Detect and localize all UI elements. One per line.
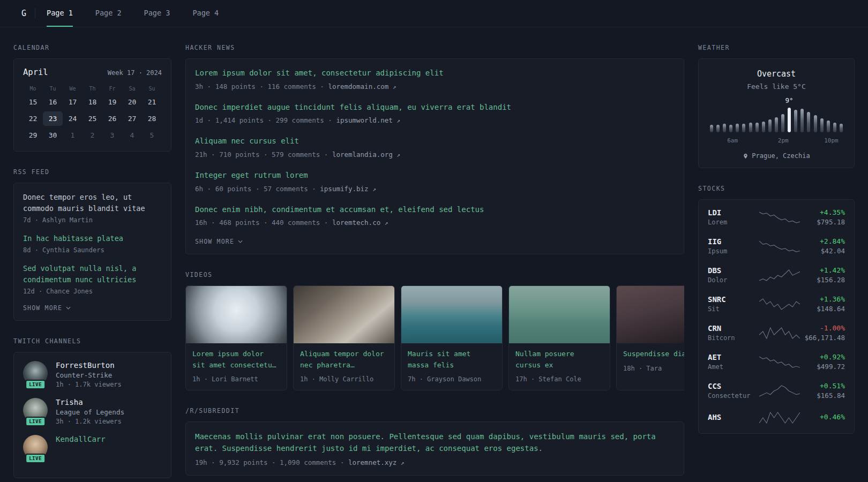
video-title[interactable]: Lorem ipsum dolor sit amet consectetu… — [192, 349, 280, 370]
video-card[interactable]: Lorem ipsum dolor sit amet consectetu… 1… — [185, 285, 287, 390]
tab-page-2[interactable]: Page 2 — [95, 0, 122, 27]
stock-row[interactable]: AETAmet +0.92%$499.72 — [708, 353, 845, 371]
twitch-channel-row[interactable]: LIVE KendallCarr — [23, 435, 162, 460]
video-thumbnail — [509, 286, 610, 343]
hn-item-stats: 6h · 60 points · 57 comments — [195, 185, 308, 193]
stock-symbol: CCS — [708, 382, 759, 390]
hn-item: Donec enim nibh, condimentum et accumsan… — [195, 204, 675, 227]
hn-item-domain[interactable]: ipsumify.biz ↗ — [320, 185, 376, 193]
stock-row[interactable]: IIGIpsum +2.84%$42.04 — [708, 237, 845, 255]
twitch-channel-row[interactable]: LIVE Trisha League of Legends 3h · 1.2k … — [23, 398, 162, 425]
subreddit-post-title[interactable]: Maecenas mollis pulvinar erat non posuer… — [195, 432, 656, 453]
video-card[interactable]: Aliquam tempor dolor nec pharetra… 1h · … — [293, 285, 395, 390]
separator-dot: · — [324, 150, 328, 159]
hn-item-meta: 21h · 710 points · 579 comments · loreml… — [195, 150, 675, 159]
subreddit-post-meta: 19h · 9,932 points · 1,090 comments · lo… — [195, 458, 675, 466]
stock-row[interactable]: SNRCSit +1.36%$148.64 — [708, 295, 845, 313]
video-card[interactable]: Nullam posuere cursus ex 17h · Stefan Co… — [508, 285, 610, 390]
tab-page-1[interactable]: Page 1 — [47, 0, 73, 27]
calendar-day: 28 — [142, 111, 162, 126]
twitch-channel-name[interactable]: KendallCarr — [56, 435, 106, 443]
calendar-widget: CALENDAR April Week 17 · 2024 Mo Tu We T… — [13, 44, 171, 152]
stock-price: $499.72 — [817, 363, 845, 371]
weekday-label: Sa — [122, 86, 142, 92]
stock-row[interactable]: CCSConsectetur +0.51%$165.84 — [708, 382, 845, 400]
rss-item-title[interactable]: Donec tempor eros leo, ut commodo mauris… — [23, 193, 145, 213]
rss-item-title[interactable]: Sed volutpat nulla nisl, a condimentum n… — [23, 264, 136, 284]
calendar-day-next-month: 4 — [122, 128, 142, 142]
separator-dot: · — [328, 116, 332, 124]
video-card-body: Mauris sit amet massa felis 7h · Grayson… — [401, 343, 502, 389]
right-column: WEATHER Overcast Feels like 5°C 9° 6am2p… — [698, 27, 855, 434]
center-column: HACKER NEWS Lorem ipsum dolor sit amet, … — [185, 27, 684, 476]
calendar-widget-title: CALENDAR — [13, 44, 171, 51]
stock-symbol: AHS — [708, 413, 759, 421]
hn-item-title[interactable]: Aliquam nec cursus elit — [195, 137, 299, 145]
domain-text: loremnet.xyz — [348, 458, 396, 466]
hn-item: Aliquam nec cursus elit 21h · 710 points… — [195, 135, 675, 159]
hn-item-domain[interactable]: loremlandia.org ↗ — [332, 150, 400, 159]
video-title[interactable]: Aliquam tempor dolor nec pharetra… — [300, 349, 388, 370]
stock-row[interactable]: DBSDolor +1.42%$156.28 — [708, 266, 845, 284]
separator-dot: · — [324, 219, 328, 227]
rss-show-more-button[interactable]: SHOW MORE — [23, 304, 71, 312]
hn-item-stats: 3h · 148 points · 116 comments — [195, 82, 316, 91]
calendar-card: April Week 17 · 2024 Mo Tu We Th Fr Sa S… — [13, 58, 171, 152]
tab-page-4[interactable]: Page 4 — [192, 0, 219, 27]
stock-row[interactable]: LDILorem +4.35%$795.18 — [708, 208, 845, 226]
hn-item-domain[interactable]: loremdomain.com ↗ — [328, 82, 396, 91]
twitch-avatar-wrap: LIVE — [23, 435, 48, 460]
hn-item-title[interactable]: Donec imperdiet augue tincidunt felis al… — [195, 103, 511, 111]
video-card-body: Suspendisse diam 18h · Tara — [617, 343, 684, 379]
weather-card: Overcast Feels like 5°C 9° 6am2pm10pm Pr… — [698, 58, 855, 168]
video-thumbnail — [186, 286, 287, 343]
hn-show-more-button[interactable]: SHOW MORE — [195, 238, 243, 245]
twitch-game[interactable]: Counter-Strike — [56, 371, 122, 379]
twitch-card: LIVE ForrestBurton Counter-Strike 1h · 1… — [13, 352, 171, 478]
hn-item-title[interactable]: Lorem ipsum dolor sit amet, consectetur … — [195, 69, 444, 77]
twitch-channel-row[interactable]: LIVE ForrestBurton Counter-Strike 1h · 1… — [23, 361, 162, 388]
hn-item-stats: 21h · 710 points · 579 comments — [195, 150, 320, 159]
calendar-header-row: April Week 17 · 2024 — [23, 67, 162, 77]
subreddit-widget-title: /R/SUBREDDIT — [185, 407, 684, 415]
live-badge: LIVE — [25, 380, 46, 389]
rss-widget-title: RSS FEED — [13, 168, 171, 176]
app-logo[interactable]: G — [21, 0, 35, 27]
domain-text: loremtech.co — [332, 219, 380, 227]
stock-symbol: SNRC — [708, 295, 759, 304]
hn-item-domain[interactable]: ipsumworld.net ↗ — [336, 116, 400, 124]
subreddit-post-domain[interactable]: loremnet.xyz ↗ — [348, 458, 404, 466]
hn-item-stats: 16h · 468 points · 440 comments — [195, 219, 320, 227]
hn-item-meta: 6h · 60 points · 57 comments · ipsumify.… — [195, 185, 675, 193]
hn-item-title[interactable]: Donec enim nibh, condimentum et accumsan… — [195, 205, 484, 214]
stock-name: Dolor — [708, 276, 759, 284]
calendar-day: 17 — [63, 95, 83, 109]
subreddit-post-stats: 19h · 9,932 points · 1,090 comments — [195, 458, 336, 466]
stock-price: $66,171.48 — [805, 334, 845, 342]
hn-item-domain[interactable]: loremtech.co ↗ — [332, 219, 388, 227]
rss-item-title[interactable]: In hac habitasse platea — [23, 234, 123, 243]
external-link-icon: ↗ — [393, 84, 396, 91]
stock-price: $42.04 — [820, 247, 845, 255]
weather-location[interactable]: Prague, Czechia — [708, 152, 845, 160]
video-title[interactable]: Suspendisse diam — [623, 349, 684, 359]
video-title[interactable]: Nullam posuere cursus ex — [515, 349, 603, 370]
live-badge: LIVE — [25, 454, 46, 463]
video-card[interactable]: Suspendisse diam 18h · Tara — [616, 285, 684, 390]
hn-item-meta: 1d · 1,414 points · 299 comments · ipsum… — [195, 116, 675, 124]
calendar-day: 18 — [83, 95, 102, 109]
calendar-day-next-month: 5 — [142, 128, 162, 142]
hn-item-title[interactable]: Integer eget rutrum lorem — [195, 171, 308, 179]
tab-page-3[interactable]: Page 3 — [144, 0, 170, 27]
twitch-channel-name[interactable]: Trisha — [56, 398, 124, 406]
video-title[interactable]: Mauris sit amet massa felis — [408, 349, 496, 370]
hn-item-meta: 3h · 148 points · 116 comments · loremdo… — [195, 82, 675, 91]
stock-row[interactable]: AHS +0.46% — [708, 411, 845, 425]
calendar-day: 19 — [102, 95, 122, 109]
stock-sparkline — [759, 355, 800, 369]
stock-row[interactable]: CRNBitcorn -1.00%$66,171.48 — [708, 324, 845, 342]
twitch-game[interactable]: League of Legends — [56, 408, 124, 416]
twitch-channel-name[interactable]: ForrestBurton — [56, 361, 122, 370]
video-card[interactable]: Mauris sit amet massa felis 7h · Grayson… — [401, 285, 503, 390]
domain-text: ipsumify.biz — [320, 185, 368, 193]
